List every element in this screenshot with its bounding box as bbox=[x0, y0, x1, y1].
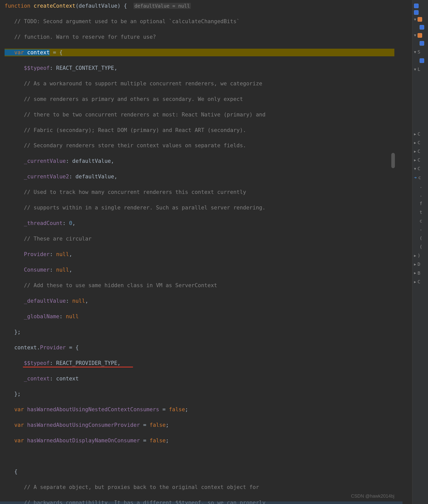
side-group[interactable]: ▼C bbox=[412, 164, 428, 173]
red-underline-annotation bbox=[23, 367, 133, 367]
side-item[interactable]: ( bbox=[412, 243, 428, 251]
side-item[interactable]: ▶C bbox=[412, 277, 428, 286]
function-name: createContext bbox=[34, 3, 75, 9]
side-group[interactable]: ▼ bbox=[412, 16, 428, 23]
side-icon[interactable] bbox=[412, 39, 428, 48]
side-item[interactable]: ▶C bbox=[412, 130, 428, 138]
inlay-hint: defaultValue = null bbox=[133, 3, 191, 9]
side-item[interactable]: ( bbox=[412, 234, 428, 243]
side-group[interactable]: ▼ bbox=[412, 32, 428, 39]
side-icon[interactable] bbox=[412, 56, 428, 65]
code-editor[interactable]: function createContext(defaultValue) { d… bbox=[0, 0, 412, 504]
side-current[interactable]: ➔c bbox=[412, 173, 428, 182]
highlighted-line[interactable]: var context = { bbox=[5, 49, 394, 57]
watermark: CSDN @hawk2014bj bbox=[351, 493, 394, 499]
side-item[interactable]: ▶D bbox=[412, 260, 428, 269]
side-item[interactable]: f bbox=[412, 199, 428, 208]
structure-panel[interactable]: ▼ ▼ ▼S ▼L ▶C ▶C ▶C ▶C ▼C ➔c . . f t c - … bbox=[412, 0, 428, 504]
side-icon[interactable] bbox=[412, 9, 428, 16]
side-item[interactable]: t bbox=[412, 208, 428, 217]
side-item[interactable]: ▶C bbox=[412, 138, 428, 147]
code-block: function createContext(defaultValue) { d… bbox=[5, 2, 412, 504]
side-item[interactable]: ▶C bbox=[412, 147, 428, 156]
side-group[interactable]: ▼L bbox=[412, 65, 428, 74]
side-item[interactable]: ▶B bbox=[412, 269, 428, 277]
side-group[interactable]: ▼S bbox=[412, 48, 428, 56]
side-icon[interactable] bbox=[412, 3, 428, 9]
side-icon[interactable] bbox=[412, 23, 428, 32]
side-item[interactable]: . bbox=[412, 182, 428, 191]
side-item[interactable]: - bbox=[412, 225, 428, 234]
side-item[interactable]: ▶C bbox=[412, 156, 428, 164]
side-item[interactable]: ▶) bbox=[412, 251, 428, 260]
scrollbar-thumb[interactable] bbox=[391, 153, 395, 168]
bottom-scrollbar[interactable] bbox=[0, 501, 403, 504]
side-item[interactable]: . bbox=[412, 191, 428, 199]
side-item[interactable]: c bbox=[412, 217, 428, 225]
keyword-function: function bbox=[5, 3, 30, 9]
